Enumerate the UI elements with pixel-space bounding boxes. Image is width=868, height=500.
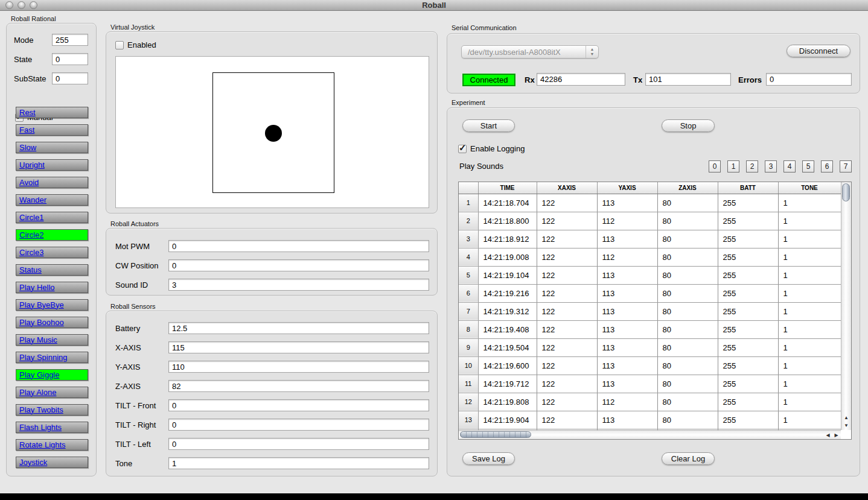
horizontal-scrollbar-thumb[interactable]	[460, 431, 531, 438]
cell-tone: 1	[778, 230, 841, 248]
mot-pwm-field[interactable]	[168, 240, 429, 252]
fast-button[interactable]: Fast	[16, 124, 88, 136]
flash-lights-button[interactable]: Flash Lights	[16, 422, 88, 433]
table-row[interactable]: 1014:21:19.600122113802551	[459, 356, 841, 375]
scroll-down-icon[interactable]: ▼	[841, 422, 851, 429]
sound-1-button[interactable]: 1	[727, 160, 739, 172]
column-header-zaxis[interactable]: ZAXIS	[657, 182, 718, 194]
cell-batt: 255	[718, 248, 778, 266]
rx-field[interactable]	[537, 73, 625, 86]
circle2-button[interactable]: Circle2	[16, 229, 88, 241]
play-alone-button[interactable]: Play Alone	[16, 387, 88, 398]
table-row[interactable]: 614:21:19.216122113802551	[459, 284, 841, 302]
play-boohoo-button[interactable]: Play Boohoo	[16, 317, 88, 328]
x-axis-field[interactable]	[168, 341, 429, 353]
cw-position-field[interactable]	[168, 259, 429, 271]
table-row[interactable]: 914:21:19.504122113802551	[459, 338, 841, 356]
table-row[interactable]: 114:21:18.704122113802551	[459, 194, 841, 212]
stepper-icon[interactable]: ▲ ▼	[586, 46, 598, 58]
vertical-scrollbar-thumb[interactable]	[842, 183, 850, 201]
circle3-button[interactable]: Circle3	[16, 247, 88, 258]
table-row[interactable]: 414:21:19.008122112802551	[459, 248, 841, 266]
avoid-button[interactable]: Avoid	[16, 177, 88, 188]
vertical-scrollbar[interactable]: ▲ ▼	[841, 182, 851, 430]
tilt-left-field[interactable]	[168, 438, 429, 450]
table-row[interactable]: 1314:21:19.904122113802551	[459, 411, 841, 429]
status-button[interactable]: Status	[16, 264, 88, 276]
serial-port-select[interactable]: /dev/tty.usbserial-A8008itX ▲ ▼	[461, 45, 599, 59]
cell-xaxis: 122	[537, 266, 597, 284]
circle1-button[interactable]: Circle1	[16, 212, 88, 223]
table-row[interactable]: 314:21:18.912122113802551	[459, 230, 841, 248]
clear-log-button[interactable]: Clear Log	[662, 452, 715, 465]
joystick-enabled-checkbox-box[interactable]	[115, 41, 124, 49]
tone-row: Tone	[115, 457, 429, 469]
errors-field[interactable]	[766, 73, 852, 86]
play-twobits-button[interactable]: Play Twobits	[16, 404, 88, 416]
table-row[interactable]: 514:21:19.104122113802551	[459, 266, 841, 284]
sound-5-button[interactable]: 5	[802, 160, 814, 172]
cell-batt: 255	[718, 320, 778, 338]
cell-tone: 1	[778, 411, 841, 429]
table-row[interactable]: 1214:21:19.808122112802551	[459, 393, 841, 411]
play-hello-button[interactable]: Play Hello	[16, 282, 88, 293]
stop-button[interactable]: Stop	[662, 119, 715, 132]
rest-button[interactable]: Rest	[16, 107, 88, 118]
table-row[interactable]: 214:21:18.800122112802551	[459, 212, 841, 230]
joystick-button[interactable]: Joystick	[16, 457, 88, 468]
sound-0-button[interactable]: 0	[709, 160, 721, 172]
cell-time: 14:21:19.104	[478, 266, 537, 284]
table-row[interactable]: 1114:21:19.712122113802551	[459, 375, 841, 393]
mode-field[interactable]	[52, 34, 88, 46]
cell-yaxis: 113	[597, 320, 657, 338]
table-row[interactable]: 814:21:19.408122113802551	[459, 320, 841, 338]
play-music-button[interactable]: Play Music	[16, 334, 88, 346]
disconnect-button[interactable]: Disconnect	[787, 45, 850, 57]
horizontal-scrollbar[interactable]: ◀ ▶	[459, 430, 841, 439]
sound-7-button[interactable]: 7	[840, 160, 852, 172]
wander-button[interactable]: Wander	[16, 194, 88, 206]
column-header-tone[interactable]: TONE	[778, 182, 841, 194]
sound-id-field[interactable]	[168, 279, 429, 291]
joystick-enabled-checkbox[interactable]: Enabled	[115, 40, 156, 49]
y-axis-field[interactable]	[168, 361, 429, 373]
tilt-right-field[interactable]	[168, 419, 429, 431]
actuators-fields: Mot PWMCW PositionSound ID	[115, 240, 429, 298]
scroll-left-icon[interactable]: ◀	[824, 431, 832, 439]
column-header-yaxis[interactable]: YAXIS	[597, 182, 657, 194]
column-header-batt[interactable]: BATT	[718, 182, 778, 194]
column-header-xaxis[interactable]: XAXIS	[537, 182, 597, 194]
tx-field[interactable]	[645, 73, 731, 86]
scroll-up-icon[interactable]: ▲	[841, 414, 851, 422]
sound-6-button[interactable]: 6	[821, 160, 833, 172]
scroll-right-icon[interactable]: ▶	[832, 431, 840, 439]
cell-yaxis: 112	[597, 212, 657, 230]
battery-field[interactable]	[168, 322, 429, 334]
save-log-button[interactable]: Save Log	[462, 452, 515, 465]
column-header-time[interactable]: TIME	[478, 182, 537, 194]
upright-button[interactable]: Upright	[16, 159, 88, 171]
joystick-position-dot[interactable]	[265, 125, 282, 142]
state-field[interactable]	[52, 53, 88, 65]
cell-batt: 255	[718, 212, 778, 230]
z-axis-field[interactable]	[168, 380, 429, 392]
actuators-panel: Mot PWMCW PositionSound ID	[106, 228, 438, 296]
cell-yaxis: 113	[597, 284, 657, 302]
tilt-front-field[interactable]	[168, 399, 429, 411]
joystick-canvas[interactable]	[115, 56, 429, 208]
play-byebye-button[interactable]: Play ByeBye	[16, 299, 88, 311]
sound-2-button[interactable]: 2	[746, 160, 758, 172]
slow-button[interactable]: Slow	[16, 142, 88, 153]
x-axis-row: X-AXIS	[115, 341, 429, 353]
sound-4-button[interactable]: 4	[783, 160, 796, 172]
sound-3-button[interactable]: 3	[765, 160, 777, 172]
table-row[interactable]: 714:21:19.312122113802551	[459, 302, 841, 320]
tone-field[interactable]	[168, 457, 429, 469]
play-giggle-button[interactable]: Play Giggle	[16, 369, 88, 381]
play-spinning-button[interactable]: Play Spinning	[16, 352, 88, 363]
enable-logging-checkbox-box[interactable]: ✓	[458, 145, 467, 153]
start-button[interactable]: Start	[462, 119, 515, 132]
substate-field[interactable]	[52, 72, 88, 84]
enable-logging-checkbox[interactable]: ✓ Enable Logging	[458, 144, 525, 153]
rotate-lights-button[interactable]: Rotate Lights	[16, 439, 88, 451]
